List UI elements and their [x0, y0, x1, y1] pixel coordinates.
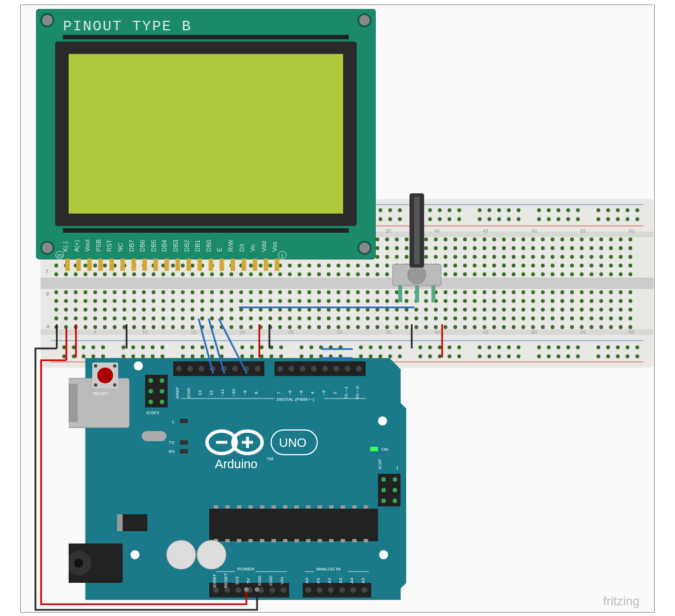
svg-point-130: [319, 346, 323, 350]
svg-rect-1014: [306, 505, 310, 509]
svg-point-681: [570, 308, 574, 312]
svg-point-785: [415, 325, 418, 329]
svg-point-596: [327, 299, 331, 303]
svg-point-758: [152, 325, 156, 329]
svg-point-625: [609, 299, 613, 303]
svg-text:10: 10: [142, 329, 148, 335]
svg-rect-878: [142, 259, 147, 271]
svg-point-801: [570, 325, 574, 329]
svg-point-733: [492, 316, 496, 320]
svg-point-707: [239, 316, 243, 320]
svg-point-780: [366, 325, 370, 329]
svg-point-635: [123, 308, 127, 312]
svg-point-111: [92, 346, 96, 350]
svg-rect-1021: [341, 539, 345, 542]
svg-rect-1010: [283, 505, 287, 509]
svg-point-687: [628, 308, 632, 312]
svg-point-710: [268, 316, 272, 320]
svg-point-508: [55, 291, 58, 295]
svg-point-911: [160, 378, 164, 383]
svg-point-798: [541, 325, 545, 329]
svg-point-267: [628, 238, 632, 242]
svg-text:Vdd: Vdd: [260, 241, 267, 252]
svg-point-207: [636, 355, 640, 359]
svg-point-955: [214, 588, 219, 593]
svg-point-526: [230, 291, 233, 295]
svg-point-637: [142, 308, 146, 312]
svg-text:1: 1: [55, 329, 57, 335]
svg-point-685: [609, 308, 613, 312]
svg-point-132: [339, 346, 343, 350]
svg-point-965: [270, 588, 275, 593]
svg-point-506: [619, 273, 623, 277]
svg-point-789: [453, 325, 457, 329]
svg-point-204: [606, 355, 610, 359]
svg-point-131: [329, 346, 333, 350]
svg-point-35: [379, 209, 382, 212]
svg-point-756: [132, 325, 136, 329]
svg-point-574: [112, 299, 116, 303]
potentiometer[interactable]: [392, 193, 442, 304]
svg-text:a: a: [46, 323, 50, 329]
svg-point-127: [279, 346, 283, 350]
svg-rect-1028: [123, 514, 147, 531]
svg-point-663: [395, 308, 399, 312]
svg-point-902: [74, 559, 83, 568]
svg-point-590: [268, 299, 272, 303]
svg-rect-1025: [364, 539, 368, 542]
svg-rect-1013: [295, 539, 299, 542]
svg-point-532: [288, 291, 292, 295]
svg-point-470: [268, 273, 272, 277]
svg-point-510: [74, 291, 78, 295]
svg-point-192: [457, 355, 461, 359]
svg-rect-1006: [260, 505, 264, 509]
svg-point-695: [123, 316, 127, 320]
svg-point-115: [141, 346, 145, 350]
svg-point-739: [551, 316, 555, 320]
svg-point-641: [181, 308, 185, 312]
svg-point-1026: [166, 540, 196, 569]
svg-point-772: [288, 325, 292, 329]
svg-point-52: [576, 209, 580, 212]
svg-point-945: [334, 366, 339, 372]
svg-point-264: [599, 238, 603, 242]
svg-point-550: [463, 291, 467, 295]
svg-point-573: [103, 299, 107, 303]
svg-point-676: [521, 308, 525, 312]
svg-point-43: [478, 209, 482, 212]
svg-text:IOREF: IOREF: [212, 574, 217, 588]
svg-point-754: [112, 325, 116, 329]
svg-point-805: [609, 325, 613, 329]
svg-point-583: [200, 299, 204, 303]
svg-point-457: [142, 273, 146, 277]
svg-point-266: [619, 238, 623, 242]
svg-point-569: [64, 299, 68, 303]
svg-point-563: [590, 291, 593, 295]
svg-point-729: [453, 316, 457, 320]
svg-point-505: [609, 273, 613, 277]
svg-point-741: [570, 316, 574, 320]
svg-rect-846: [63, 228, 349, 233]
svg-point-597: [336, 299, 340, 303]
svg-text:7: 7: [276, 391, 281, 394]
svg-point-740: [560, 316, 564, 320]
svg-point-649: [259, 308, 263, 312]
svg-rect-883: [197, 259, 202, 271]
svg-point-143: [478, 346, 482, 350]
svg-point-197: [517, 355, 521, 359]
svg-point-943: [323, 366, 328, 372]
svg-rect-886: [231, 259, 235, 271]
svg-point-438: [541, 264, 545, 268]
svg-text:DB6: DB6: [139, 240, 146, 252]
svg-point-535: [317, 291, 321, 295]
svg-text:DIGITAL (PWM=~): DIGITAL (PWM=~): [277, 397, 314, 402]
svg-point-769: [259, 325, 263, 329]
svg-point-992: [393, 488, 397, 492]
svg-point-683: [590, 308, 593, 312]
svg-point-511: [84, 291, 88, 295]
svg-point-989: [381, 477, 386, 482]
svg-text:A5: A5: [361, 578, 366, 583]
svg-point-112: [101, 346, 105, 350]
svg-point-313: [492, 246, 496, 250]
svg-point-578: [152, 299, 156, 303]
